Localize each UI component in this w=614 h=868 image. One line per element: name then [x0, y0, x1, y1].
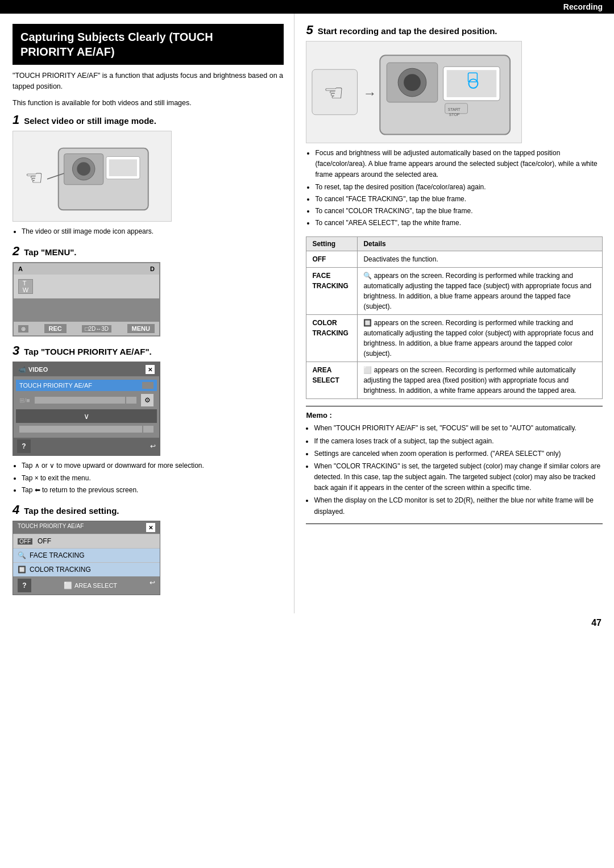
- settings-title-row: TOUCH PRIORITY AE/AF ✕: [13, 521, 160, 534]
- settings-table: Setting Details OFF Deactivates the func…: [306, 236, 603, 399]
- step-1-camera-image: ☜: [13, 131, 172, 222]
- step-3-num: 3: [13, 344, 19, 357]
- close-button[interactable]: ✕: [146, 365, 155, 374]
- color-tracking-icon: 🔲: [18, 566, 26, 574]
- intro-text-2: This function is available for both vide…: [13, 98, 284, 109]
- menu-item-2[interactable]: ⊞/■ ⚙: [16, 392, 157, 408]
- memo-box: Memo : When "TOUCH PRIORITY AE/AF" is se…: [306, 406, 603, 524]
- svg-text:STOP: STOP: [449, 113, 460, 117]
- svg-text:→: →: [363, 85, 377, 101]
- table-col-setting: Setting: [306, 237, 358, 251]
- color-tracking-item[interactable]: 🔲 COLOR TRACKING: [13, 562, 160, 576]
- page-title: Capturing Subjects Clearly (TOUCH PRIORI…: [20, 30, 276, 59]
- area-select-icon: ⬜: [64, 582, 72, 589]
- step-2-title: Tap "MENU".: [24, 247, 76, 257]
- off-setting-details: Deactivates the function.: [358, 251, 603, 268]
- step-1-title: Select video or still image mode.: [24, 116, 156, 126]
- table-row-area: AREASELECT ⬜ appears on the screen. Reco…: [306, 362, 603, 399]
- face-tracking-icon: 🔍: [18, 551, 26, 559]
- step-5-bullet-1: Focus and brightness will be adjusted au…: [315, 148, 603, 181]
- step-3-header: 3 Tap "TOUCH PRIORITY AE/AF".: [13, 344, 284, 357]
- camera-icon: 📹: [18, 366, 26, 373]
- menu-title: 📹 VIDEO: [18, 366, 48, 373]
- table-col-details: Details: [358, 237, 603, 251]
- menu-a-label: A: [18, 265, 23, 272]
- menu-body: TOUCH PRIORITY AE/AF ⊞/■ ⚙: [14, 376, 159, 438]
- color-setting-details: 🔲 appears on the screen. Recording is pe…: [358, 315, 603, 362]
- step-3-bullets: Tap ∧ or ∨ to move upward or downward fo…: [22, 460, 284, 496]
- step-5: 5 Start recording and tap the desired po…: [306, 24, 603, 229]
- step-3-title: Tap "TOUCH PRIORITY AE/AF".: [24, 347, 152, 356]
- svg-text:START: START: [448, 107, 461, 111]
- step-5-camera-image: ☜ → START STOP: [306, 41, 522, 143]
- back-arrow-icon[interactable]: ↩: [150, 442, 156, 450]
- step-4-title: Tap the desired setting.: [24, 506, 119, 516]
- area-setting-details: ⬜ appears on the screen. Recording is pe…: [358, 362, 603, 399]
- off-setting-name: OFF: [306, 251, 358, 268]
- step-2: 2 Tap "MENU". A D TW: [13, 245, 284, 337]
- step-3-menu: 📹 VIDEO ✕ TOUCH PRIORITY AE/AF: [13, 362, 160, 456]
- step-5-bullet-2: To reset, tap the desired position (face…: [315, 182, 603, 193]
- touch-priority-item[interactable]: TOUCH PRIORITY AE/AF: [16, 380, 157, 391]
- step-3-bullet-2: Tap × to exit the menu.: [22, 473, 284, 484]
- intro-text-1: "TOUCH PRIORITY AE/AF" is a function tha…: [13, 70, 284, 92]
- step-1-num: 1: [13, 114, 19, 126]
- color-setting-name: COLORTRACKING: [306, 315, 358, 362]
- svg-text:☜: ☜: [323, 80, 344, 105]
- color-icon-inline: 🔲: [363, 319, 372, 327]
- step-1-bullet-1: The video or still image mode icon appea…: [22, 226, 284, 237]
- memo-item-5: When the display on the LCD monitor is s…: [314, 495, 603, 517]
- right-column: 5 Start recording and tap the desired po…: [294, 14, 614, 613]
- menu-bottom-bar: ⊛ REC □2D↔3D MENU: [14, 321, 159, 335]
- menu-item-3[interactable]: [16, 424, 157, 434]
- title-box: Capturing Subjects Clearly (TOUCH PRIORI…: [13, 24, 284, 65]
- v-button[interactable]: ∨: [16, 409, 157, 423]
- step-1-bullets: The video or still image mode icon appea…: [22, 226, 284, 237]
- step-4-settings-menu: TOUCH PRIORITY AE/AF ✕ OFF OFF 🔍 FACE TR…: [13, 521, 160, 595]
- back-arrow-icon-2[interactable]: ↩: [150, 579, 155, 592]
- svg-point-14: [404, 74, 421, 91]
- step-5-header: 5 Start recording and tap the desired po…: [306, 24, 603, 36]
- svg-rect-16: [447, 70, 497, 97]
- item2-label: ⊞/■: [19, 397, 30, 404]
- table-row-color: COLORTRACKING 🔲 appears on the screen. R…: [306, 315, 603, 362]
- help-button[interactable]: ?: [17, 439, 31, 453]
- menu-top-bar: A D: [14, 263, 159, 275]
- chevron-down-icon: ∨: [84, 412, 89, 421]
- table-row-off: OFF Deactivates the function.: [306, 251, 603, 268]
- color-tracking-label: COLOR TRACKING: [30, 566, 91, 574]
- off-setting-item[interactable]: OFF OFF: [13, 534, 160, 548]
- tw-button: TW: [18, 279, 33, 294]
- step-1-header: 1 Select video or still image mode.: [13, 114, 284, 126]
- menu-button[interactable]: MENU: [127, 324, 155, 333]
- step-2-num: 2: [13, 245, 19, 258]
- memo-item-2: If the camera loses track of a subject, …: [314, 436, 603, 447]
- memo-item-3: Settings are canceled when zoom operatio…: [314, 448, 603, 459]
- step-5-num: 5: [306, 24, 313, 36]
- step-4: 4 Tap the desired setting. TOUCH PRIORIT…: [13, 504, 284, 595]
- left-column: Capturing Subjects Clearly (TOUCH PRIORI…: [0, 14, 294, 613]
- step-5-bullet-5: To cancel "AREA SELECT", tap the white f…: [315, 218, 603, 229]
- menu-footer: ? ↩: [14, 438, 159, 455]
- settings-close-button[interactable]: ✕: [146, 523, 155, 532]
- off-label: OFF: [38, 537, 51, 545]
- page: Recording Capturing Subjects Clearly (TO…: [0, 0, 614, 868]
- step-5-bullets: Focus and brightness will be adjusted au…: [315, 148, 603, 229]
- help-button-2[interactable]: ?: [18, 579, 31, 592]
- rec-button[interactable]: REC: [44, 324, 67, 333]
- menu-d-label: D: [150, 265, 155, 272]
- item3-dots: [19, 426, 154, 433]
- step-5-bullet-3: To cancel "FACE TRACKING", tap the blue …: [315, 194, 603, 205]
- step-4-header: 4 Tap the desired setting.: [13, 504, 284, 516]
- memo-list: When "TOUCH PRIORITY AE/AF" is set, "FOC…: [314, 423, 603, 517]
- gear-icon[interactable]: ⚙: [141, 394, 154, 406]
- area-icon-inline: ⬜: [363, 366, 372, 374]
- memo-title: Memo :: [306, 411, 603, 420]
- settings-footer: ? ⬜ AREA SELECT ↩: [13, 576, 160, 595]
- face-tracking-item[interactable]: 🔍 FACE TRACKING: [13, 548, 160, 562]
- face-tracking-label: FACE TRACKING: [30, 551, 84, 559]
- step-3: 3 Tap "TOUCH PRIORITY AE/AF". 📹 VIDEO ✕: [13, 344, 284, 496]
- item2-dots: [35, 397, 136, 404]
- header-label: Recording: [563, 2, 603, 11]
- step-1: 1 Select video or still image mode.: [13, 114, 284, 237]
